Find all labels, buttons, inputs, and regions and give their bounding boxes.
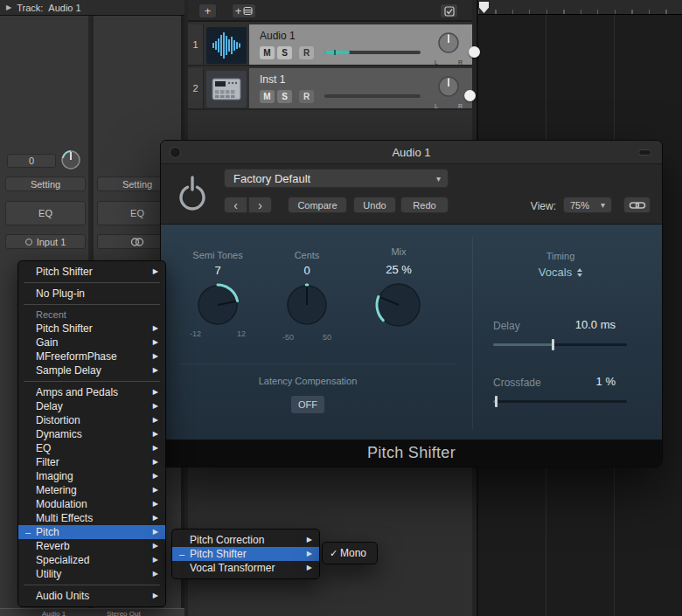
mix-value[interactable]: 25 % xyxy=(355,263,442,276)
mute-button[interactable]: M xyxy=(260,90,275,103)
popup-arrows-icon xyxy=(577,268,582,277)
menu-item-gain[interactable]: Gain▶ xyxy=(18,336,165,350)
mix-knob[interactable] xyxy=(374,280,423,329)
menu-item-mfreeformphase[interactable]: MFreeformPhase▶ xyxy=(18,350,165,363)
menu-item-filter[interactable]: Filter▶ xyxy=(18,455,165,469)
menu-item-pitch-shifter[interactable]: Pitch Shifter▶ xyxy=(18,265,165,279)
semi-tones-knob[interactable] xyxy=(195,282,240,328)
add-multiple-tracks-button[interactable]: + xyxy=(232,3,256,18)
window-close-button[interactable] xyxy=(170,147,181,158)
record-enable-button[interactable]: R xyxy=(299,46,314,59)
volume-handle[interactable] xyxy=(469,46,480,58)
gain-value-button[interactable]: 0 xyxy=(7,154,56,168)
menu-item-reverb[interactable]: Reverb▶ xyxy=(18,539,165,553)
plugin-header-bar: Factory Default ▾ ‹ › Compare Undo Redo … xyxy=(161,164,662,225)
menu-item-label: Imaging xyxy=(36,469,148,483)
compare-button[interactable]: Compare xyxy=(288,197,347,213)
menu-item-label: EQ xyxy=(36,441,148,455)
menu-item-multi-effects[interactable]: Multi Effects▶ xyxy=(18,511,165,525)
crossfade-slider[interactable] xyxy=(493,396,627,407)
pan-knob-icon xyxy=(437,31,460,54)
submenu-arrow-icon: ▶ xyxy=(153,399,158,413)
drum-machine-icon xyxy=(206,71,247,107)
input-slot-label: Input 1 xyxy=(37,237,66,247)
selection-dash: – xyxy=(25,525,36,539)
crossfade-value[interactable]: 1 % xyxy=(493,375,616,388)
link-button[interactable] xyxy=(623,197,651,213)
menu-item-utility[interactable]: Utility▶ xyxy=(18,567,165,581)
slider-handle[interactable] xyxy=(552,339,554,350)
menu-item-dynamics[interactable]: Dynamics▶ xyxy=(18,427,165,441)
pan-knob-icon[interactable] xyxy=(59,149,82,175)
volume-slider[interactable] xyxy=(324,46,421,58)
track-row-inst1[interactable]: 2 Inst 1 M S R xyxy=(188,68,472,110)
menu-item-label: Mono xyxy=(340,546,370,560)
menu-item-no-plug-in[interactable]: No Plug-in xyxy=(18,287,165,301)
mute-button[interactable]: M xyxy=(260,46,275,59)
track-row-audio1[interactable]: 1 Audio 1 M S xyxy=(188,24,472,66)
mix-label: Mix xyxy=(355,246,442,257)
menu-item-sample-delay[interactable]: Sample Delay▶ xyxy=(18,363,165,377)
menu-item-specialized[interactable]: Specialized▶ xyxy=(18,553,165,567)
volume-slider[interactable] xyxy=(324,90,421,101)
bar-ruler[interactable] xyxy=(478,0,682,15)
menu-item-pitch[interactable]: –Pitch▶ xyxy=(18,525,165,539)
pan-knob[interactable]: L R xyxy=(434,31,463,66)
menu-item-pitch-shifter[interactable]: Pitch Shifter▶ xyxy=(18,322,165,336)
track-header-config-button[interactable] xyxy=(440,3,458,18)
eq-display-button[interactable]: EQ xyxy=(5,201,86,225)
window-resize-control[interactable] xyxy=(638,149,651,156)
track-lane-header[interactable]: Audio 1 M S R L xyxy=(249,24,472,65)
menu-item-label: Multi Effects xyxy=(36,511,148,525)
plugin-window[interactable]: Audio 1 Factory Default ▾ ‹ › Compare Un… xyxy=(160,140,663,467)
menu-item-eq[interactable]: EQ▶ xyxy=(18,441,165,455)
menu-item-audio-units[interactable]: Audio Units▶ xyxy=(18,589,165,603)
menu-item-imaging[interactable]: Imaging▶ xyxy=(18,469,165,483)
slider-handle[interactable] xyxy=(495,396,498,407)
menu-item-pitch-correction[interactable]: Pitch Correction▶ xyxy=(172,533,319,547)
semi-tones-value[interactable]: 7 xyxy=(174,264,261,277)
solo-button[interactable]: S xyxy=(277,46,292,59)
pan-left-label: L xyxy=(435,59,438,66)
menu-item-mono[interactable]: ✓Mono xyxy=(323,546,377,560)
delay-value[interactable]: 10.0 ms xyxy=(493,318,616,331)
plugin-window-titlebar[interactable]: Audio 1 xyxy=(161,141,662,164)
add-track-button[interactable]: + xyxy=(198,3,217,18)
menu-item-metering[interactable]: Metering▶ xyxy=(18,483,165,497)
track-header-bar[interactable]: ▶ Track: Audio 1 xyxy=(0,0,184,16)
undo-button[interactable]: Undo xyxy=(353,197,396,213)
record-enable-button[interactable]: R xyxy=(299,90,314,103)
track-lane-header[interactable]: Inst 1 M S R L R xyxy=(249,68,472,108)
disclosure-triangle-icon[interactable]: ▶ xyxy=(6,3,11,11)
solo-button[interactable]: S xyxy=(277,90,292,103)
input-slot-button[interactable]: Input 1 xyxy=(5,234,86,249)
menu-item-modulation[interactable]: Modulation▶ xyxy=(18,497,165,511)
menu-item-vocal-transformer[interactable]: Vocal Transformer▶ xyxy=(172,561,319,575)
menu-item-label: Distortion xyxy=(36,413,148,427)
cents-value[interactable]: 0 xyxy=(263,264,351,277)
preset-dropdown[interactable]: Factory Default ▾ xyxy=(224,169,449,188)
plugin-power-button[interactable] xyxy=(176,172,209,218)
track-name[interactable]: Audio 1 xyxy=(260,30,296,42)
submenu-arrow-icon: ▶ xyxy=(307,533,312,547)
cents-label: Cents xyxy=(263,250,351,260)
menu-item-distortion[interactable]: Distortion▶ xyxy=(18,413,165,427)
redo-button[interactable]: Redo xyxy=(400,197,449,213)
volume-handle[interactable] xyxy=(464,90,476,101)
timing-dropdown[interactable]: Vocals xyxy=(517,266,604,279)
delay-slider[interactable] xyxy=(493,339,627,350)
latency-compensation-button[interactable]: OFF xyxy=(291,396,324,413)
selection-dash: – xyxy=(179,547,190,561)
track-stack-icon xyxy=(243,6,253,16)
next-preset-button[interactable]: › xyxy=(248,197,272,213)
chevron-down-icon: ▾ xyxy=(601,200,605,210)
menu-item-amps-and-pedals[interactable]: Amps and Pedals▶ xyxy=(18,385,165,399)
setting-button[interactable]: Setting xyxy=(5,176,86,191)
previous-preset-button[interactable]: ‹ xyxy=(224,197,247,213)
track-name[interactable]: Inst 1 xyxy=(260,73,285,86)
pan-knob[interactable]: L R xyxy=(434,74,463,109)
view-zoom-dropdown[interactable]: 75% ▾ xyxy=(563,197,612,213)
menu-item-pitch-shifter[interactable]: –Pitch Shifter▶ xyxy=(172,547,319,561)
cents-knob[interactable] xyxy=(284,282,330,328)
menu-item-delay[interactable]: Delay▶ xyxy=(18,399,165,413)
